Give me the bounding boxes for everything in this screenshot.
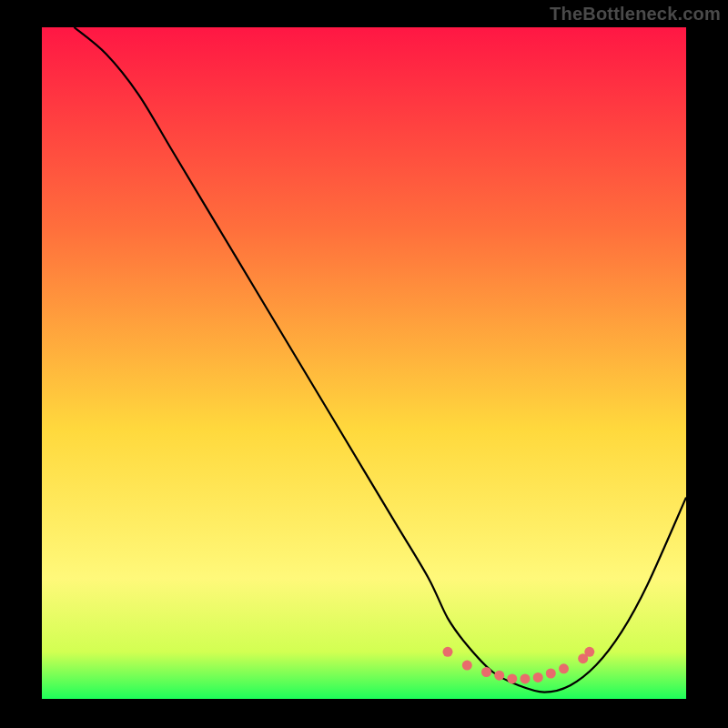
gradient-background [42, 27, 686, 699]
marker-point [546, 669, 556, 679]
chart-frame: TheBottleneck.com [0, 0, 728, 728]
marker-point [481, 667, 491, 677]
bottleneck-chart [0, 0, 728, 728]
marker-point [533, 672, 543, 682]
marker-point [584, 647, 594, 657]
watermark-text: TheBottleneck.com [550, 4, 721, 25]
marker-point [521, 673, 531, 683]
marker-point [462, 661, 472, 671]
marker-point [443, 647, 453, 657]
marker-point [494, 671, 504, 681]
marker-point [507, 673, 517, 683]
marker-point [559, 663, 569, 673]
